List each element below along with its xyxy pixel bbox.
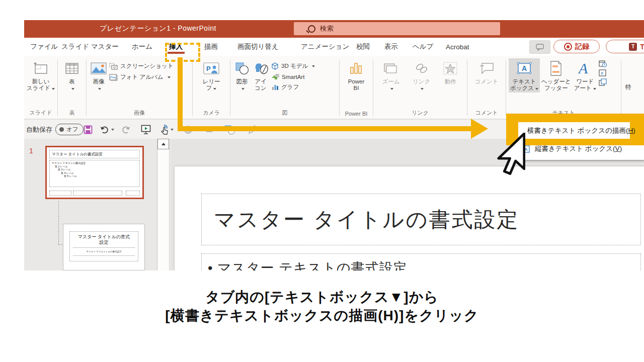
save-button[interactable] [84,120,93,139]
master-slide-thumbnail[interactable]: マスター タイトルの書式設定 マスター テキストの書式設定 第 2 レベル 第 … [45,146,144,199]
date-time-icon [599,60,607,67]
chart-icon [271,84,279,90]
slideshow-icon [141,125,151,134]
tab-home[interactable]: ホーム [132,38,152,56]
group-label-table: 表 [58,109,86,119]
mouse-cursor-icon [494,133,525,175]
photo-album-icon [109,74,118,81]
tab-draw[interactable]: 描画 [204,38,218,56]
action-button[interactable]: 動作 [441,58,459,93]
object-icon [599,78,607,86]
slide-bullet-text: • マスター テキストの書式設定 [208,260,408,270]
chevron-down-icon [98,88,101,90]
body-placeholder[interactable]: • マスター テキストの書式設定 [201,253,641,270]
speech-bubble-icon [536,44,544,51]
chevron-down-icon [52,88,55,90]
cameo-icon: P [203,59,219,77]
slide-number-icon: # [599,69,606,76]
toggle-dot [59,127,64,132]
record-button[interactable]: 記録 [553,40,600,53]
start-slideshow-button[interactable] [141,120,151,139]
picture-button[interactable]: 画像 [89,58,108,93]
teams-button[interactable]: T Te [606,40,644,53]
comment-quick-button[interactable] [529,40,550,54]
layout-thumbnail[interactable]: マスター タイトルの書式 設定 マスター サブタイトルの書式設定 [63,224,145,270]
group-text: A テキスト ボックス ヘッダーと フッター A ワード [506,56,621,119]
shapes-button[interactable]: 図形 [233,58,251,93]
chevron-down-icon [312,65,315,67]
caption-line-2: [横書きテキストボックスの描画(H)]をクリック [0,306,644,325]
tab-review[interactable]: 校閲 [356,38,370,56]
text-box-icon: A [516,59,533,77]
redo-icon [121,125,131,134]
record-icon [564,43,572,51]
screenshot-icon [109,63,118,70]
layout-title-placeholder: マスター タイトルの書式 設定 マスター サブタイトルの書式設定 [69,231,138,261]
date-time-button[interactable] [599,60,607,67]
object-button[interactable] [599,78,607,86]
title-bar: プレゼンテーション1 - PowerPoint 検索 [24,20,644,38]
new-slide-button[interactable]: 新しい スライド [25,58,56,93]
thumb-footer-text [73,191,122,196]
wordart-button[interactable]: A ワード アート [573,58,598,93]
photo-album-button[interactable]: フォト アルバム [109,73,181,81]
tab-file[interactable]: ファイル [30,38,58,56]
comment-icon [478,59,495,77]
text-box-button[interactable]: A テキスト ボックス [509,58,540,93]
table-button[interactable]: 表 [63,58,80,93]
header-footer-button[interactable]: ヘッダーと フッター [540,58,573,93]
tab-help[interactable]: ヘルプ [413,38,433,56]
menu-item-horizontal-textbox[interactable]: A 横書きテキスト ボックスの描画(H) [518,122,630,139]
tab-view[interactable]: 表示 [384,38,398,56]
triangle-up-icon [162,143,166,145]
tab-acrobat[interactable]: Acrobat [446,38,469,56]
group-images: 画像 スクリーンショット フォト アルバム 画像 [87,56,192,119]
scroll-up-button[interactable] [157,139,169,149]
group-slides: 新しい スライド スライド [24,56,57,119]
slide-canvas[interactable]: マスター タイトルの書式設定 • マスター テキストの書式設定 [175,166,644,270]
smartart-button[interactable]: SmartArt [271,73,315,80]
group-label-illustrations: 図 [230,109,339,119]
menu-item-vertical-textbox[interactable]: A 縦書きテキスト ボックス(V) [521,144,622,153]
tab-animations[interactable]: アニメーション [301,38,349,56]
touch-mouse-mode-button[interactable] [160,120,174,139]
autosave-toggle[interactable]: オフ [55,120,84,139]
chevron-down-icon [421,88,424,90]
search-icon [308,25,315,33]
new-slide-icon [33,59,48,77]
icons-button[interactable]: アイ コン [251,58,270,93]
slide-number-button[interactable]: # [599,69,607,76]
thumb-body-placeholder: マスター テキストの書式設定 第 2 レベル 第 3 レベル 第 4 レベル 第… [49,160,140,187]
tab-slide-master[interactable]: スライド マスター [61,38,119,56]
table-icon [65,59,79,77]
3d-model-button[interactable]: 3D モデル [271,62,315,70]
power-bi-icon [349,59,363,77]
thumbnail-scrollbar[interactable] [157,139,170,270]
annotation-arrowhead [471,119,488,139]
icons-icon [253,59,269,77]
tab-transitions[interactable]: 画面切り替え [237,38,279,56]
title-placeholder[interactable]: マスター タイトルの書式設定 [201,194,641,245]
power-bi-button[interactable]: Power BI [347,58,366,93]
link-button[interactable]: リンク [411,58,432,93]
svg-text:A: A [578,61,588,76]
zoom-icon [383,59,398,77]
cameo-button[interactable]: P レリー フ [201,58,221,93]
redo-button[interactable] [121,120,131,139]
slide-thumbnail-panel: 1 マスター タイトルの書式設定 マスター テキストの書式設定 第 2 レベル … [24,139,157,270]
comment-button[interactable]: コメント [473,58,500,93]
window-title: プレゼンテーション1 - PowerPoint [100,24,216,33]
picture-icon [91,59,107,77]
search-input[interactable]: 検索 [294,22,500,35]
group-label-images: 画像 [87,109,192,119]
autosave-label: 自動保存 [26,120,52,139]
insert-tab-highlight-box [165,43,200,62]
caption: タブ内の[テキストボックス▼]から [横書きテキストボックスの描画(H)]をクリ… [0,288,644,325]
undo-button[interactable] [100,120,114,139]
chevron-down-icon [535,88,538,90]
chart-button[interactable]: グラフ [271,83,315,91]
thumb-footer-number [126,191,140,196]
zoom-button[interactable]: ズーム [381,58,401,93]
screenshot-button[interactable]: スクリーンショット [109,62,181,70]
chevron-down-icon [213,88,216,90]
